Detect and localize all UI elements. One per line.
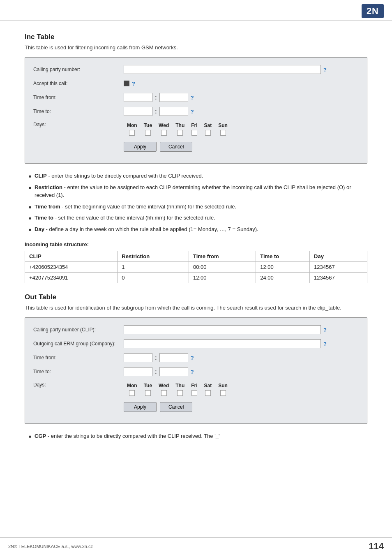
col-clip: CLIP	[25, 251, 118, 262]
time-from-minutes-input[interactable]	[159, 93, 188, 102]
cell-time-from-1: 00:00	[189, 262, 256, 273]
cell-day-2: 1234567	[310, 273, 367, 283]
time-to-minutes-input[interactable]	[159, 107, 188, 116]
out-cancel-button[interactable]: Cancel	[160, 402, 192, 412]
out-calling-party-label: Calling party number (CLIP):	[33, 327, 124, 333]
accept-call-help-icon[interactable]: ?	[132, 81, 135, 87]
day-sun-header: Sun	[215, 122, 231, 129]
day-thu-checkbox[interactable]	[177, 130, 183, 136]
time-to-colon: :	[155, 108, 157, 115]
out-erm-group-row: Outgoing call ERM group (Company): ?	[33, 338, 359, 349]
out-day-fri-header: Fri	[188, 382, 201, 389]
col-restriction: Restriction	[118, 251, 189, 262]
main-content: Inc Table This table is used for filteri…	[0, 21, 392, 461]
out-time-from-hours-input[interactable]	[124, 353, 152, 362]
time-to-row: Time to: : ?	[33, 106, 359, 117]
day-sat-header: Sat	[201, 122, 215, 129]
days-label: Days:	[33, 122, 124, 127]
out-days-controls: Mon Tue Wed Thu Fri Sat Sun	[124, 382, 231, 412]
page-header: 2N	[0, 0, 392, 21]
cell-time-to-1: 12:00	[256, 262, 310, 273]
out-days-label: Days:	[33, 382, 124, 388]
incoming-table-heading: Incoming table structure:	[25, 241, 367, 247]
out-erm-group-help-icon[interactable]: ?	[323, 341, 327, 347]
out-form-buttons: Apply Cancel	[124, 402, 231, 412]
day-wed-checkbox[interactable]	[161, 130, 167, 136]
out-day-sun-checkbox[interactable]	[220, 390, 226, 396]
time-from-hours-input[interactable]	[124, 93, 152, 102]
out-time-from-help-icon[interactable]: ?	[191, 355, 194, 361]
out-time-to-hours-input[interactable]	[124, 367, 152, 376]
out-days-row: Days: Mon Tue Wed Thu Fri Sat Sun	[33, 380, 359, 412]
calling-party-help-icon[interactable]: ?	[323, 67, 327, 73]
logo: 2N	[362, 4, 384, 18]
out-day-thu-header: Thu	[172, 382, 188, 389]
out-time-to-controls: : ?	[124, 367, 359, 376]
day-fri-header: Fri	[188, 122, 201, 129]
out-day-sat-header: Sat	[201, 382, 215, 389]
out-day-fri-checkbox[interactable]	[191, 390, 197, 396]
cell-day-1: 1234567	[310, 262, 367, 273]
bullet-time-to: Time to - set the end value of the time …	[29, 214, 367, 222]
accept-call-checkbox[interactable]	[124, 81, 129, 86]
day-sat-checkbox[interactable]	[205, 130, 211, 136]
time-from-label: Time from:	[33, 95, 124, 100]
out-time-to-minutes-input[interactable]	[159, 367, 188, 376]
inc-table-description: This table is used for filtering incomin…	[25, 44, 367, 51]
out-day-sat-checkbox[interactable]	[205, 390, 211, 396]
out-day-mon-checkbox[interactable]	[129, 390, 135, 396]
out-erm-group-input[interactable]	[124, 339, 321, 348]
out-time-from-row: Time from: : ?	[33, 352, 359, 363]
inc-bullet-list: CLIP - enter the strings to be directly …	[25, 172, 367, 233]
out-form-box: Calling party number (CLIP): ? Outgoing …	[25, 317, 367, 424]
day-mon-header: Mon	[124, 122, 141, 129]
bullet-cgp: CGP - enter the strings to be directly c…	[29, 432, 367, 440]
calling-party-controls: ?	[124, 65, 359, 74]
table-row: +420605234354 1 00:00 12:00 1234567	[25, 262, 367, 273]
out-erm-group-label: Outgoing call ERM group (Company):	[33, 341, 124, 347]
out-day-wed-checkbox[interactable]	[161, 390, 167, 396]
out-days-table: Mon Tue Wed Thu Fri Sat Sun	[124, 382, 231, 398]
accept-call-controls: ?	[124, 81, 359, 87]
day-mon-checkbox[interactable]	[129, 130, 135, 136]
out-calling-party-help-icon[interactable]: ?	[323, 327, 327, 333]
out-calling-party-input[interactable]	[124, 325, 321, 334]
out-time-to-help-icon[interactable]: ?	[191, 369, 194, 375]
day-tue-checkbox[interactable]	[145, 130, 151, 136]
out-apply-button[interactable]: Apply	[124, 402, 157, 412]
calling-party-label: Calling party number:	[33, 67, 124, 72]
calling-party-input[interactable]	[124, 65, 321, 74]
out-day-thu-checkbox[interactable]	[177, 390, 183, 396]
inc-table-title: Inc Table	[25, 33, 367, 41]
page-footer: 2N® TELEKOMUNIKACE a.s., www.2n.cz 114	[0, 537, 392, 555]
day-fri-checkbox[interactable]	[191, 130, 197, 136]
col-day: Day	[310, 251, 367, 262]
day-tue-header: Tue	[141, 122, 155, 129]
cell-restriction-2: 0	[118, 273, 189, 283]
cell-time-to-2: 24:00	[256, 273, 310, 283]
inc-apply-button[interactable]: Apply	[124, 142, 157, 152]
out-day-tue-header: Tue	[141, 382, 155, 389]
col-time-from: Time from	[189, 251, 256, 262]
out-table-title: Out Table	[25, 293, 367, 301]
cell-restriction-1: 1	[118, 262, 189, 273]
day-sun-checkbox[interactable]	[220, 130, 226, 136]
day-wed-header: Wed	[155, 122, 172, 129]
out-time-to-colon: :	[155, 368, 157, 375]
time-from-colon: :	[155, 94, 157, 101]
out-time-from-controls: : ?	[124, 353, 359, 362]
bullet-clip: CLIP - enter the strings to be directly …	[29, 172, 367, 180]
out-time-to-label: Time to:	[33, 369, 124, 375]
out-time-from-minutes-input[interactable]	[159, 353, 188, 362]
out-calling-party-controls: ?	[124, 325, 359, 334]
out-day-sun-header: Sun	[215, 382, 231, 389]
time-to-help-icon[interactable]: ?	[191, 109, 194, 115]
inc-cancel-button[interactable]: Cancel	[160, 142, 192, 152]
cell-clip-2: +420775234091	[25, 273, 118, 283]
time-to-hours-input[interactable]	[124, 107, 152, 116]
bullet-restriction: Restriction - enter the value to be assi…	[29, 183, 367, 199]
out-day-tue-checkbox[interactable]	[145, 390, 151, 396]
out-erm-group-controls: ?	[124, 339, 359, 348]
time-from-help-icon[interactable]: ?	[191, 95, 194, 101]
cell-clip-1: +420605234354	[25, 262, 118, 273]
